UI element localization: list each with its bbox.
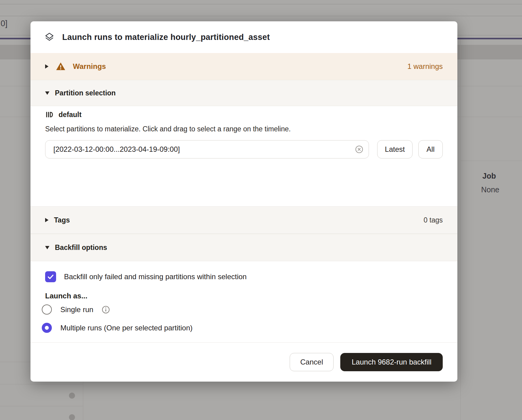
launch-as-label: Launch as... [45,292,88,300]
bg-status-dot [69,393,75,399]
clear-input-icon[interactable] [355,145,364,154]
dialog-title: Launch runs to materialize hourly_partit… [62,33,270,42]
backfill-options-label: Backfill options [55,244,107,252]
partition-description: Select partitions to materialize. Click … [45,125,291,133]
bg-top-divider [0,4,522,4]
radio-checked-icon[interactable] [42,323,52,333]
partition-selection-header[interactable]: Partition selection [30,80,457,106]
checkbox-label: Backfill only failed and missing partiti… [64,272,247,281]
latest-button[interactable]: Latest [377,140,413,158]
cancel-button[interactable]: Cancel [290,353,334,371]
bg-row-divider [0,362,30,362]
partition-dimension-icon [45,110,54,119]
checkbox-checked-icon[interactable] [45,271,56,282]
warnings-label: Warnings [73,62,106,71]
expand-caret-icon [45,91,49,95]
backfill-options-header[interactable]: Backfill options [30,234,457,261]
launch-backfill-button[interactable]: Launch 9682-run backfill [340,353,443,371]
info-icon[interactable] [101,305,110,314]
warnings-count: 1 warnings [407,62,443,71]
bg-row-divider [460,161,522,161]
dimension-row: default [45,110,81,119]
collapse-caret-icon [45,218,48,222]
backfill-options-body: Backfill only failed and missing partiti… [30,261,457,342]
launch-backfill-dialog: Launch runs to materialize hourly_partit… [30,21,457,382]
bg-row-divider [0,384,83,384]
warnings-section-header[interactable]: Warnings 1 warnings [30,53,457,80]
partition-range-field [45,140,369,158]
screen: 0] Job None Launch runs to materialize h… [0,0,522,420]
asset-layers-icon [45,32,54,42]
bg-toolbar-divider [0,16,522,16]
bg-partial-input-text: 0] [1,19,8,28]
radio-unchecked-icon[interactable] [42,304,52,315]
backfill-only-failed-checkbox-row[interactable]: Backfill only failed and missing partiti… [45,271,247,282]
bg-row-divider [0,406,83,406]
expand-caret-icon [45,246,49,249]
bg-column-divider [83,382,83,420]
dimension-name: default [59,111,81,119]
partition-selection-label: Partition selection [55,89,116,97]
collapse-caret-icon [45,64,48,69]
warning-triangle-icon [56,62,66,71]
tags-label: Tags [54,216,70,224]
partition-selection-body: default Select partitions to materialize… [30,106,457,206]
dialog-footer: Cancel Launch 9682-run backfill [30,342,457,382]
all-button[interactable]: All [418,140,443,158]
partition-range-input[interactable] [45,141,369,158]
bg-column-divider [460,40,461,420]
multiple-runs-label: Multiple runs (One per selected partitio… [60,324,193,332]
multiple-runs-radio-row[interactable]: Multiple runs (One per selected partitio… [42,323,193,333]
single-run-radio-row[interactable]: Single run [42,304,110,315]
tags-count: 0 tags [424,216,443,224]
bg-job-column-value: None [481,185,499,194]
bg-status-dot [69,414,75,420]
single-run-label: Single run [60,305,93,314]
dialog-header: Launch runs to materialize hourly_partit… [30,21,457,53]
bg-job-column-label: Job [482,172,496,180]
tags-section-header[interactable]: Tags 0 tags [30,206,457,234]
